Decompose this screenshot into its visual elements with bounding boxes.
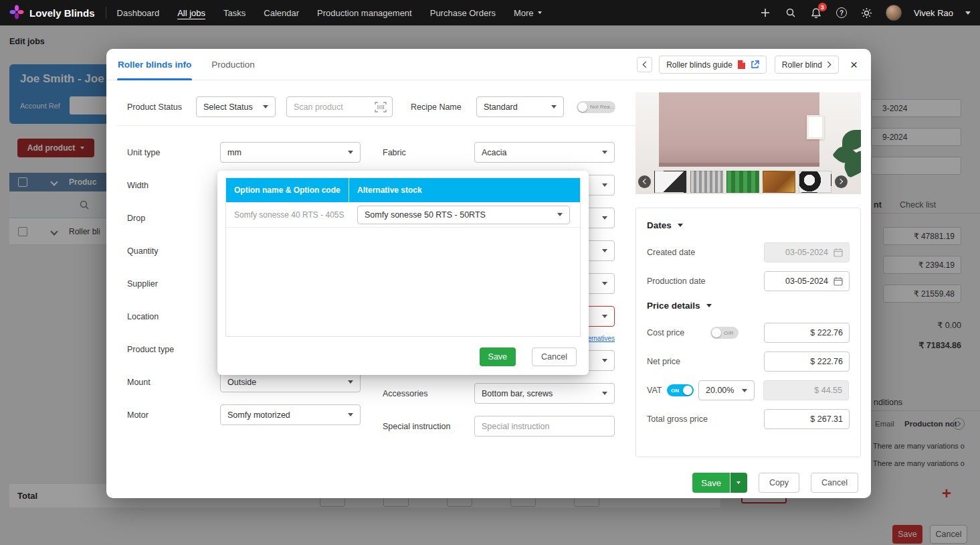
external-link-icon[interactable]	[751, 60, 759, 69]
nav-more[interactable]: More	[514, 8, 542, 18]
modal-copy-button[interactable]: Copy	[759, 473, 799, 493]
search-icon[interactable]	[784, 6, 797, 19]
thumbnail-4[interactable]	[763, 171, 795, 193]
caret-down-icon	[551, 105, 557, 108]
total-gross-price-input[interactable]: $ 267.31	[764, 409, 850, 429]
fabric-select[interactable]: Acacia	[474, 142, 615, 163]
chevron-right-icon	[827, 61, 831, 68]
fabric-label: Fabric	[383, 148, 474, 157]
nav-calendar[interactable]: Calendar	[264, 8, 299, 18]
vat-rate-select[interactable]: 20.00%	[698, 380, 755, 400]
total-gross-price-label: Total gross price	[647, 414, 764, 424]
top-navbar: Lovely Blinds Dashboard All jobs Tasks C…	[0, 0, 980, 25]
vat-toggle[interactable]: ON	[667, 384, 694, 396]
caret-down-icon	[263, 105, 268, 108]
alternative-stock-select[interactable]: Somfy sonesse 50 RTS - 50RTS	[357, 206, 570, 224]
status-row: Product Status Select Status Recipe Name…	[117, 80, 636, 126]
tab-roller-blinds-info[interactable]: Roller blinds info	[117, 49, 192, 80]
net-price-label: Net price	[647, 357, 764, 366]
drop-label: Drop	[127, 214, 220, 223]
cost-override-toggle[interactable]: O/R	[710, 327, 739, 339]
product-edit-modal: Roller blinds info Production Roller bli…	[106, 49, 871, 498]
roller-blinds-guide-button[interactable]: Roller blinds guide	[659, 56, 767, 74]
thumbnail-3[interactable]	[726, 171, 759, 193]
details-card: Dates Created date 03-05-2024 Production…	[635, 208, 861, 457]
next-product-button[interactable]: Roller blind	[775, 56, 839, 74]
carousel-next-button[interactable]	[835, 175, 848, 188]
chevron-down-icon	[706, 304, 712, 307]
nav-production-management[interactable]: Production management	[317, 8, 412, 18]
brand[interactable]: Lovely Blinds	[9, 5, 106, 21]
caret-down-icon	[602, 249, 607, 252]
chevron-left-icon	[643, 179, 648, 184]
caret-down-icon	[348, 413, 353, 416]
nav-dashboard[interactable]: Dashboard	[117, 8, 160, 18]
carousel-prev-button[interactable]	[638, 175, 651, 188]
nav-purchase-orders[interactable]: Purchase Orders	[430, 8, 496, 18]
chevron-down-icon	[737, 481, 741, 484]
production-date-input[interactable]: 03-05-2024	[764, 271, 850, 291]
popup-save-button[interactable]: Save	[480, 347, 516, 366]
recipe-name-select[interactable]: Standard	[476, 96, 564, 117]
thumbnail-1[interactable]	[654, 171, 687, 193]
production-date-label: Production date	[647, 277, 764, 286]
special-instruction-label: Special instruction	[383, 422, 474, 431]
caret-down-icon	[602, 315, 607, 318]
tab-production[interactable]: Production	[211, 49, 256, 80]
mount-label: Mount	[127, 378, 220, 387]
recipe-name-label: Recipe Name	[411, 102, 476, 112]
add-icon[interactable]	[759, 6, 772, 19]
popup-cancel-button[interactable]: Cancel	[532, 347, 577, 366]
product-status-label: Product Status	[127, 102, 196, 112]
prev-product-button[interactable]	[637, 57, 652, 72]
main-nav: Dashboard All jobs Tasks Calendar Produc…	[117, 8, 542, 18]
caret-down-icon	[602, 282, 607, 285]
modal-header: Roller blinds info Production Roller bli…	[106, 49, 871, 80]
thumbnail-5[interactable]	[799, 171, 831, 193]
alternative-stock-column-header: Alternative stock	[349, 178, 580, 202]
close-icon[interactable]: ×	[850, 58, 858, 71]
nav-tasks[interactable]: Tasks	[223, 8, 246, 18]
save-options-chevron[interactable]	[730, 473, 747, 493]
supplier-label: Supplier	[127, 279, 220, 289]
unit-type-label: Unit type	[127, 148, 220, 157]
notifications-bell-icon[interactable]: 3	[809, 6, 823, 19]
modal-cancel-button[interactable]: Cancel	[811, 473, 858, 493]
settings-gear-icon[interactable]	[860, 6, 874, 19]
thumbnail-2[interactable]	[690, 171, 723, 193]
popup-actions: Save Cancel	[480, 347, 577, 366]
cost-price-label: Cost price	[647, 328, 710, 337]
cost-price-input[interactable]: $ 222.76	[764, 323, 850, 343]
motor-select[interactable]: Somfy motorized	[220, 404, 361, 425]
not-ready-toggle[interactable]: Not Rea...	[577, 101, 615, 113]
caret-down-icon	[602, 183, 607, 187]
modal-tabs: Roller blinds info Production	[117, 49, 256, 80]
nav-all-jobs[interactable]: All jobs	[177, 8, 205, 18]
help-icon[interactable]: ?	[835, 6, 848, 19]
modal-footer: Save Copy Cancel	[692, 473, 858, 493]
alternative-stock-popup: Option name & Option code Alternative st…	[217, 171, 589, 375]
accessories-select[interactable]: Bottom bar, screws	[474, 383, 615, 404]
save-split-button[interactable]: Save	[692, 473, 747, 493]
created-date-input: 03-05-2024	[764, 242, 850, 262]
notification-badge: 3	[818, 3, 827, 11]
alternative-row: Somfy sonesse 40 RTS - 405S Somfy soness…	[226, 202, 580, 228]
product-status-select[interactable]: Select Status	[196, 96, 276, 117]
user-name[interactable]: Vivek Rao	[914, 8, 953, 18]
special-instruction-input[interactable]: Special instruction	[474, 416, 615, 437]
calendar-icon[interactable]	[834, 277, 843, 286]
scan-product-field[interactable]	[286, 96, 393, 117]
caret-down-icon	[602, 151, 607, 154]
dates-section-header[interactable]: Dates	[647, 220, 850, 230]
width-label: Width	[127, 181, 220, 190]
net-price-input[interactable]: $ 222.76	[764, 352, 850, 372]
price-details-section-header[interactable]: Price details	[647, 301, 850, 311]
user-menu-chevron-icon[interactable]	[965, 11, 971, 15]
quantity-label: Quantity	[127, 246, 220, 256]
caret-down-icon	[348, 380, 353, 384]
location-label: Location	[127, 312, 220, 321]
caret-down-icon	[557, 213, 563, 216]
user-avatar[interactable]	[886, 5, 902, 21]
modal-save-button[interactable]: Save	[692, 473, 730, 493]
unit-type-select[interactable]: mm	[220, 142, 361, 163]
